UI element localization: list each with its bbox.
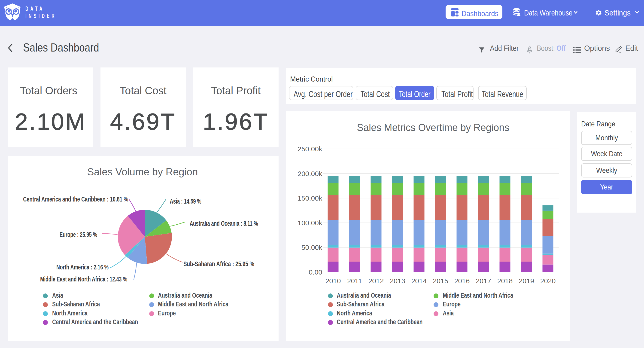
svg-text:2018: 2018 [497,277,513,285]
svg-text:150.00k: 150.00k [298,194,322,202]
svg-text:200.00k: 200.00k [298,170,322,177]
svg-text:0.00: 0.00 [309,268,322,276]
svg-text:250.00k: 250.00k [298,145,322,153]
svg-text:2019: 2019 [519,277,534,285]
svg-text:2017: 2017 [476,277,491,285]
svg-text:2010: 2010 [326,277,341,285]
svg-text:2015: 2015 [433,277,448,285]
svg-text:100.00k: 100.00k [298,219,322,227]
svg-text:2016: 2016 [454,277,470,285]
svg-text:2020: 2020 [540,277,556,285]
svg-text:50.00k: 50.00k [302,244,322,251]
svg-text:2013: 2013 [390,277,406,285]
svg-text:2014: 2014 [412,277,427,285]
svg-text:2012: 2012 [368,277,384,285]
svg-text:2011: 2011 [347,277,362,285]
